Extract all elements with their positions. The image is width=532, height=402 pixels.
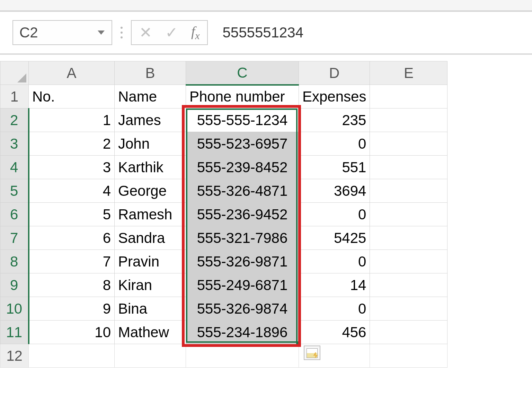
row-header-7[interactable]: 7 [0,226,29,250]
cell-B1[interactable]: Name [115,85,186,108]
cell-E9[interactable] [370,273,447,297]
row-header-12[interactable]: 12 [0,344,29,368]
cell-A7[interactable]: 6 [29,226,115,250]
cell-B7[interactable]: Sandra [115,226,186,250]
cell-C11[interactable]: 555-234-1896 [186,321,299,344]
row-header-1[interactable]: 1 [0,85,29,108]
insert-function-icon[interactable]: fx [191,25,200,41]
select-all-corner[interactable] [0,61,29,85]
name-box[interactable]: C2 [12,20,112,45]
cell-B12[interactable] [115,344,186,368]
cell-E2[interactable] [370,108,447,132]
cell-D4[interactable]: 551 [299,156,370,179]
resize-grip-icon[interactable] [118,27,125,38]
cell-C5[interactable]: 555-326-4871 [186,179,299,203]
cell-B6[interactable]: Ramesh [115,203,186,226]
row-header-4[interactable]: 4 [0,156,29,179]
cell-B10[interactable]: Bina [115,297,186,321]
cell-E3[interactable] [370,132,447,156]
cell-C4[interactable]: 555-239-8452 [186,156,299,179]
cell-A2[interactable]: 1 [29,108,115,132]
cell-E7[interactable] [370,226,447,250]
cell-B9[interactable]: Kiran [115,273,186,297]
spreadsheet-grid[interactable]: A B C D E 1 No. Name Phone number Expens… [0,61,532,368]
cell-E5[interactable] [370,179,447,203]
cell-B11[interactable]: Mathew [115,321,186,344]
cell-D6[interactable]: 0 [299,203,370,226]
cell-A11[interactable]: 10 [29,321,115,344]
cell-B8[interactable]: Pravin [115,250,186,273]
row-header-5[interactable]: 5 [0,179,29,203]
formula-bar-buttons: ✕ ✓ fx [131,20,208,45]
ribbon-divider [0,10,532,17]
name-box-dropdown-icon[interactable] [98,30,105,35]
cell-B5[interactable]: George [115,179,186,203]
cancel-icon[interactable]: ✕ [139,25,152,40]
cell-C2[interactable]: 555-555-1234 [186,108,299,132]
cell-E1[interactable] [370,85,447,108]
cell-D8[interactable]: 0 [299,250,370,273]
cell-E12[interactable] [370,344,447,368]
cell-D3[interactable]: 0 [299,132,370,156]
row-header-2[interactable]: 2 [0,108,29,132]
row-header-6[interactable]: 6 [0,203,29,226]
col-header-E[interactable]: E [370,61,447,85]
enter-icon[interactable]: ✓ [165,25,178,40]
row-header-10[interactable]: 10 [0,297,29,321]
col-header-C[interactable]: C [186,61,299,85]
row-header-11[interactable]: 11 [0,321,29,344]
cell-D11[interactable]: 456 [299,321,370,344]
cell-A10[interactable]: 9 [29,297,115,321]
formula-bar: C2 ✕ ✓ fx 5555551234 [0,17,532,53]
cell-A6[interactable]: 5 [29,203,115,226]
cell-C10[interactable]: 555-326-9874 [186,297,299,321]
row-header-8[interactable]: 8 [0,250,29,273]
cell-D10[interactable]: 0 [299,297,370,321]
cell-C3[interactable]: 555-523-6957 [186,132,299,156]
cell-E10[interactable] [370,297,447,321]
cell-A8[interactable]: 7 [29,250,115,273]
cell-C12[interactable] [186,344,299,368]
cell-C9[interactable]: 555-249-6871 [186,273,299,297]
cell-E6[interactable] [370,203,447,226]
cell-A1[interactable]: No. [29,85,115,108]
cell-B2[interactable]: James [115,108,186,132]
cell-A5[interactable]: 4 [29,179,115,203]
col-header-B[interactable]: B [115,61,186,85]
row-header-9[interactable]: 9 [0,273,29,297]
cell-C8[interactable]: 555-326-9871 [186,250,299,273]
quick-analysis-icon[interactable] [304,346,320,360]
cell-D5[interactable]: 3694 [299,179,370,203]
formula-bar-value[interactable]: 5555551234 [214,20,525,45]
cell-D9[interactable]: 14 [299,273,370,297]
cell-A4[interactable]: 3 [29,156,115,179]
cell-D1[interactable]: Expenses [299,85,370,108]
cell-E11[interactable] [370,321,447,344]
cell-C7[interactable]: 555-321-7986 [186,226,299,250]
cell-D2[interactable]: 235 [299,108,370,132]
cell-E8[interactable] [370,250,447,273]
cell-A9[interactable]: 8 [29,273,115,297]
cell-B3[interactable]: John [115,132,186,156]
cell-A12[interactable] [29,344,115,368]
cell-D7[interactable]: 5425 [299,226,370,250]
formula-bar-divider [0,53,532,55]
col-header-A[interactable]: A [29,61,115,85]
cell-C6[interactable]: 555-236-9452 [186,203,299,226]
cell-A3[interactable]: 2 [29,132,115,156]
col-header-D[interactable]: D [299,61,370,85]
cell-C1[interactable]: Phone number [186,85,299,108]
cell-E4[interactable] [370,156,447,179]
cell-B4[interactable]: Karthik [115,156,186,179]
name-box-value: C2 [19,24,38,41]
row-header-3[interactable]: 3 [0,132,29,156]
